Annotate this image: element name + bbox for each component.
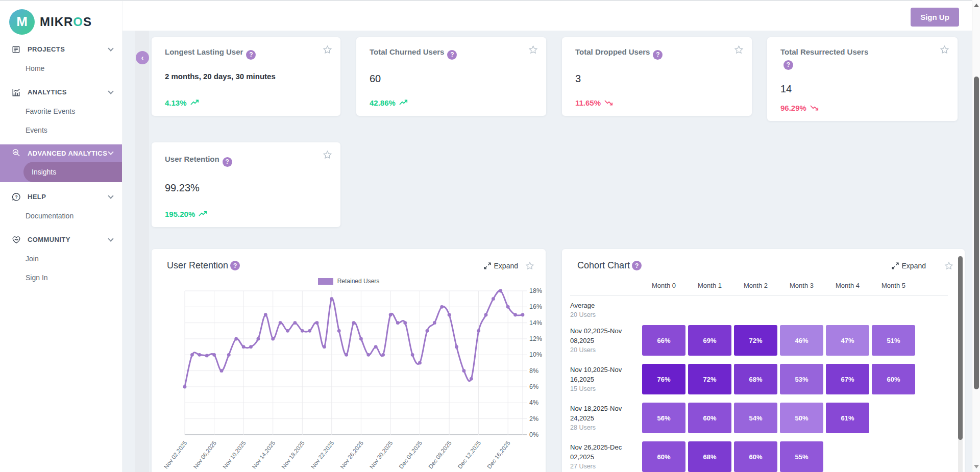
window-top-border [0,0,980,1]
sidebar-item-events[interactable]: Events [0,120,122,139]
sidebar-item-sign-in[interactable]: Sign In [0,268,122,287]
cohort-row-label: Average20 Users [570,301,640,320]
legend-swatch [318,278,333,285]
y-axis-tick-label: 8% [529,367,538,375]
scrollbar-down-arrow-icon[interactable] [974,465,979,468]
sidebar-item-documentation[interactable]: Documentation [0,206,122,225]
cohort-cell: 46% [780,325,823,356]
data-point [389,313,393,317]
x-axis-tick-label: Dec 16,2025 [486,440,511,470]
data-point [499,289,502,293]
sidebar-item-join[interactable]: Join [0,249,122,268]
data-point [455,345,458,349]
data-point [448,313,451,317]
favorite-star-icon[interactable] [944,261,953,270]
sidebar-item-home[interactable]: Home [0,59,122,78]
advanced-analytics-icon [11,148,21,158]
chart-title: Cohort Chart [577,260,630,271]
cohort-row: Nov 18,2025-Nov 24,202528 Users56%60%54%… [570,403,948,433]
favorite-star-icon[interactable] [525,261,534,270]
question-badge-icon[interactable]: ? [230,261,240,270]
data-point [403,321,407,325]
data-point [220,369,224,372]
sidebar-section-help[interactable]: ? HELP [0,187,122,206]
chevron-down-icon [108,236,113,241]
cohort-average-row: Average20 Users [570,295,948,325]
sidebar-section-projects[interactable]: PROJECTS [0,40,122,59]
brand-text-o: O [73,15,83,29]
cohort-row-users: 15 Users [570,384,640,394]
data-point [234,337,238,341]
card-delta: 96.29% [780,104,944,112]
sidebar-section-label: ANALYTICS [28,88,67,96]
card-title: Longest Lasting User? [165,47,327,60]
card-title-text: Longest Lasting User [165,47,243,56]
y-axis-tick-label: 16% [529,303,542,310]
x-axis-tick-label: Dec 12,2025 [457,440,482,470]
sidebar-section-label: COMMUNITY [28,236,70,243]
trend-icon [190,98,199,107]
data-point [492,297,495,301]
trend-icon [399,98,408,107]
data-point [323,345,326,349]
expand-icon [892,262,899,269]
data-point [506,305,510,309]
data-point [242,345,246,349]
sidebar-item-insights[interactable]: Insights [23,162,122,182]
cohort-row-range: Nov 10,2025-Nov 16,2025 [570,365,640,384]
data-point [426,329,429,333]
x-axis-tick-label: Nov 18,2025 [280,440,306,470]
cohort-scrollbar-thumb[interactable] [958,256,963,440]
data-point [366,353,370,357]
data-point [308,329,311,333]
question-badge-icon[interactable]: ? [246,50,256,60]
community-icon [11,235,21,245]
data-point [227,353,231,357]
card-title: User Retention? [165,154,327,167]
delta-text: 4.13% [165,98,187,107]
sign-up-button[interactable]: Sign Up [911,8,959,27]
y-axis-tick-label: 4% [529,399,538,406]
question-badge-icon[interactable]: ? [653,50,663,60]
card-title: Total Dropped Users? [575,47,739,60]
delta-text: 96.29% [780,104,806,112]
sidebar-collapse-button[interactable]: ‹ [136,51,149,64]
data-point [477,329,480,333]
sidebar-section-community[interactable]: COMMUNITY [0,230,122,249]
favorite-star-icon[interactable] [734,45,744,55]
favorite-star-icon[interactable] [940,45,949,55]
data-point [470,377,473,381]
delta-text: 195.20% [165,210,195,218]
favorite-star-icon[interactable] [528,45,538,55]
question-badge-icon[interactable]: ? [447,50,457,60]
sidebar-item-favorite-events[interactable]: Favorite Events [0,102,122,120]
sidebar-section-advanced-analytics[interactable]: ADVANCED ANALYTICS [0,144,122,162]
cohort-row-label: Nov 18,2025-Nov 24,202528 Users [570,404,640,433]
brand-text-post: S [83,15,92,29]
favorite-star-icon[interactable] [323,150,332,160]
expand-button[interactable]: Expand [892,262,926,270]
scrollbar-up-arrow-icon[interactable] [974,4,979,7]
cohort-row: Nov 10,2025-Nov 16,202515 Users76%72%68%… [570,364,948,394]
scrollbar-thumb[interactable] [974,77,979,389]
question-badge-icon[interactable]: ? [783,60,793,70]
chart-legend[interactable]: Retained Users [152,278,546,285]
data-point [257,337,260,341]
favorite-star-icon[interactable] [323,45,332,55]
cohort-column-header: Month 3 [780,282,823,289]
card-delta: 11.65% [575,98,739,107]
data-point [433,321,436,325]
user-retention-chart-card: User Retention ? Expand Retained Users 0… [152,249,546,472]
data-point [440,305,444,309]
sidebar-section-analytics[interactable]: ANALYTICS [0,83,122,102]
legend-label: Retained Users [337,278,380,285]
sidebar-section-label: HELP [28,193,46,201]
sidebar-section-label: PROJECTS [28,45,65,53]
data-point [345,353,348,357]
question-badge-icon[interactable]: ? [632,261,642,270]
expand-button[interactable]: Expand [484,262,518,270]
question-badge-icon[interactable]: ? [223,157,232,167]
delta-text: 42.86% [370,98,396,107]
brand-logo[interactable]: M MIKROS [0,0,122,39]
cohort-chart-card: Cohort Chart ? Expand Month 0Month 1Mont… [562,249,965,472]
